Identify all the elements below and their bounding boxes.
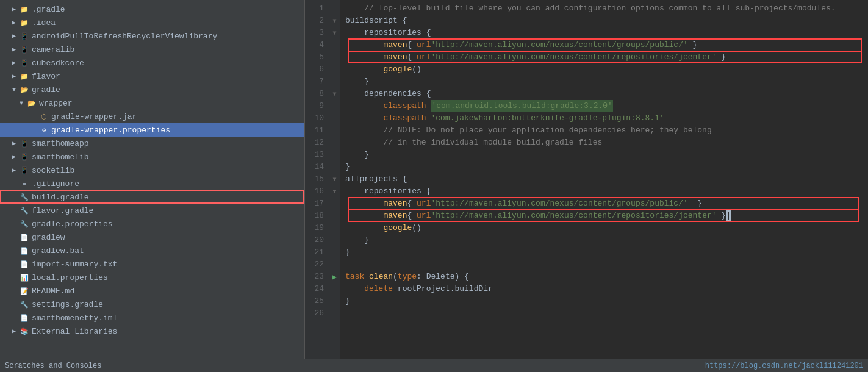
sidebar-item-label: .gradle	[32, 5, 65, 14]
code-editor[interactable]: 12345 678910 1112131415 1617181920 21222…	[305, 0, 868, 359]
sidebar-item-label: smarthomelib	[32, 152, 89, 162]
sidebar-item-label: cameralib	[32, 45, 74, 54]
sidebar-item-cubesdkcore[interactable]: ▶ 📱 cubesdkcore	[0, 56, 304, 70]
chevron-icon: ▶	[12, 32, 20, 40]
iml-file-icon: 📄	[20, 313, 29, 323]
sidebar-item-import-summary[interactable]: 📄 import-summary.txt	[0, 257, 304, 271]
line-numbers: 12345 678910 1112131415 1617181920 21222…	[305, 0, 329, 359]
sidebar-item-smarthomelib[interactable]: ▶ 📱 smarthomelib	[0, 150, 304, 163]
sidebar-item-gradle-properties[interactable]: 🔧 gradle.properties	[0, 217, 304, 231]
sidebar-item-label: .gitignore	[32, 179, 79, 188]
code-line-2: buildscript {	[345, 15, 863, 27]
sidebar-item-gradle-hidden[interactable]: ▶ 📁 .gradle	[0, 2, 304, 16]
sidebar-item-gradle[interactable]: ▼ 📂 gradle	[0, 83, 304, 96]
folder-icon: 📁	[20, 71, 29, 81]
chevron-icon: ▶	[12, 140, 20, 147]
android-folder-icon: 📱	[20, 58, 29, 68]
script-file-icon: 📄	[20, 232, 29, 242]
sidebar-item-label: gradle	[32, 85, 60, 95]
code-line-18: maven{ url'http://maven.aliyun.com/nexus…	[345, 210, 863, 222]
android-folder-icon: 📱	[20, 45, 29, 54]
sidebar-item-flavor[interactable]: ▶ 📁 flavor	[0, 70, 304, 83]
code-line-10: classpath 'com.jakewharton:butterknife-g…	[345, 112, 863, 124]
bottom-bar: Scratches and Consoles https://blog.csdn…	[0, 359, 868, 372]
sidebar-item-label: socketlib	[32, 166, 74, 175]
code-line-20: }	[345, 234, 863, 246]
sidebar-item-gitignore[interactable]: ≡ .gitignore	[0, 177, 304, 190]
gradle-file-icon: 🔧	[20, 299, 29, 309]
sidebar-item-smarthomeapp[interactable]: ▶ 📱 smarthomeapp	[0, 137, 304, 150]
ext-lib-icon: 📚	[20, 326, 29, 336]
sidebar-item-label: gradle-wrapper.properties	[51, 126, 170, 135]
code-line-23: task clean(type: Delete) {	[345, 271, 863, 283]
sidebar-item-gradle-wrapper-jar[interactable]: ⬡ gradle-wrapper.jar	[0, 110, 304, 123]
code-line-17: maven{ url'http://maven.aliyun.com/nexus…	[345, 198, 863, 210]
code-line-6: google()	[345, 63, 863, 76]
sidebar-item-local-properties[interactable]: 📊 local.properties	[0, 271, 304, 284]
chevron-icon: ▶	[12, 5, 20, 13]
chevron-icon: ▶	[12, 19, 20, 26]
android-folder-icon: 📱	[20, 31, 29, 41]
file-tree[interactable]: ▶ 📁 .gradle ▶ 📁 .idea ▶ 📱 androidPullToR…	[0, 0, 305, 359]
code-line-26	[345, 307, 863, 320]
chevron-icon: ▶	[12, 46, 20, 53]
sidebar-item-label: gradlew	[32, 233, 65, 242]
sidebar-item-label: settings.gradle	[32, 300, 103, 309]
chevron-icon: ▶	[12, 153, 20, 160]
props-file-icon: ⚙	[39, 125, 49, 135]
scratches-label[interactable]: Scratches and Consoles	[5, 362, 101, 370]
sidebar-item-socketlib[interactable]: ▶ 📱 socketlib	[0, 163, 304, 177]
txt-file-icon: 📄	[20, 259, 29, 269]
code-line-19: google()	[345, 222, 863, 234]
sidebar-item-label: cubesdkcore	[32, 59, 84, 68]
sidebar-item-gradle-wrapper-props[interactable]: ⚙ gradle-wrapper.properties	[0, 123, 304, 137]
md-file-icon: 📝	[20, 286, 29, 296]
code-line-25: }	[345, 295, 863, 307]
sidebar-item-gradlew[interactable]: 📄 gradlew	[0, 231, 304, 244]
chevron-icon: ▶	[12, 59, 20, 66]
sidebar-item-idea[interactable]: ▶ 📁 .idea	[0, 16, 304, 29]
code-line-7: }	[345, 76, 863, 88]
code-line-11: // NOTE: Do not place your application d…	[345, 124, 863, 137]
folder-icon: 📁	[20, 4, 29, 14]
code-content[interactable]: // Top-level build file where you can ad…	[340, 0, 868, 359]
sidebar-item-label: build.gradle	[32, 193, 89, 202]
sidebar-item-build-gradle[interactable]: 🔧 build.gradle	[0, 190, 304, 204]
gradle-file-icon: 🔧	[20, 206, 29, 215]
chevron-icon: ▼	[20, 100, 27, 107]
sidebar-item-wrapper[interactable]: ▼ 📂 wrapper	[0, 96, 304, 110]
sidebar-item-label: gradle-wrapper.jar	[51, 112, 137, 121]
sidebar-item-readme[interactable]: 📝 README.md	[0, 284, 304, 298]
sidebar-item-external-libraries[interactable]: ▶ 📚 External Libraries	[0, 324, 304, 338]
jar-file-icon: ⬡	[39, 112, 49, 121]
sidebar-item-iml[interactable]: 📄 smarthomenetty.iml	[0, 311, 304, 324]
gradle-file-icon: 🔧	[20, 192, 29, 202]
code-line-24: delete rootProject.buildDir	[345, 283, 863, 295]
sidebar-item-android-pull[interactable]: ▶ 📱 androidPullToRefreshRecyclerViewlibr…	[0, 29, 304, 43]
sidebar-item-label: androidPullToRefreshRecyclerViewlibrary	[32, 32, 217, 41]
properties-file-icon: 📊	[20, 273, 29, 282]
code-line-8: dependencies {	[345, 88, 863, 100]
gradle-file-icon: 🔧	[20, 219, 29, 229]
chevron-icon: ▼	[12, 87, 20, 93]
sidebar-item-label: gradle.properties	[32, 220, 113, 229]
sidebar-item-settings-gradle[interactable]: 🔧 settings.gradle	[0, 298, 304, 311]
code-line-14: }	[345, 161, 863, 173]
sidebar-item-flavor-gradle[interactable]: 🔧 flavor.gradle	[0, 204, 304, 217]
sidebar-item-label: wrapper	[39, 99, 73, 108]
sidebar-item-label: smarthomenetty.iml	[32, 313, 117, 323]
code-line-16: repositories {	[345, 185, 863, 198]
sidebar-item-label: smarthomeapp	[32, 139, 89, 148]
chevron-icon: ▶	[12, 327, 20, 335]
code-line-12: // in the individual module build.gradle…	[345, 137, 863, 149]
sidebar-item-gradlew-bat[interactable]: 📄 gradlew.bat	[0, 244, 304, 257]
code-line-9: classpath 'com.android.tools.build:gradl…	[345, 100, 863, 112]
sidebar-item-label: gradlew.bat	[32, 246, 84, 256]
sidebar-item-label: README.md	[32, 287, 74, 296]
sidebar-item-label: import-summary.txt	[32, 260, 117, 269]
chevron-icon: ▶	[12, 166, 20, 174]
android-folder-icon: 📱	[20, 138, 29, 148]
url-label: https://blog.csdn.net/jackli11241201	[705, 362, 863, 370]
sidebar-item-cameralib[interactable]: ▶ 📱 cameralib	[0, 43, 304, 56]
chevron-icon: ▶	[12, 73, 20, 80]
